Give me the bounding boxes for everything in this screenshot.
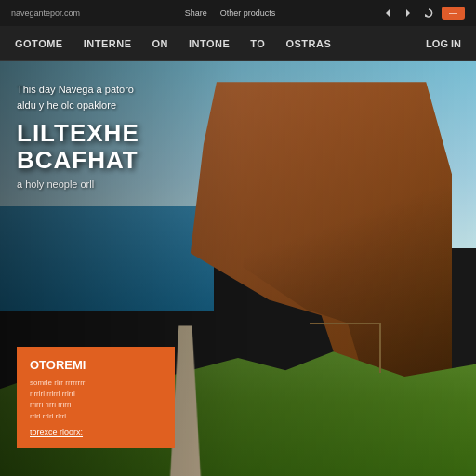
- info-line-3: rrlrl rrlrl rlrrl: [30, 411, 162, 422]
- nav-item-to[interactable]: TO: [250, 38, 265, 49]
- info-line-2: rrlrrl rlrrl rrlrrl: [30, 400, 162, 411]
- info-box: OTOREMI somrle rlrr rrrrrrrr rlrrlrl rrl…: [17, 347, 175, 448]
- nav-item-intone[interactable]: INTONE: [189, 38, 230, 49]
- top-links: Share Other products: [185, 8, 276, 18]
- title-line1: LILTEXHE: [17, 119, 139, 147]
- share-link[interactable]: Share: [185, 8, 207, 18]
- url-text: navegantepor.com: [11, 8, 80, 18]
- svg-marker-0: [386, 9, 390, 17]
- url-bar: navegantepor.com: [11, 8, 80, 18]
- info-line-0: somrle rlrr rrrrrrrr: [30, 377, 162, 389]
- nav-item-on[interactable]: ON: [152, 38, 168, 49]
- refresh-icon[interactable]: [421, 6, 436, 20]
- title-line2: BCAFHAT: [17, 146, 139, 174]
- info-box-link[interactable]: torexce rloorx:: [30, 428, 162, 437]
- hero-tagline: a holy neople orll: [17, 178, 459, 190]
- other-link[interactable]: Other products: [220, 8, 276, 18]
- info-box-text: somrle rlrr rrrrrrrr rlrrlrl rrlrrl rrlr…: [30, 377, 162, 422]
- nav-item-interne[interactable]: INTERNE: [84, 38, 132, 49]
- top-bar: navegantepor.com Share Other products —: [0, 0, 476, 26]
- navigation-bar: GOTOME INTERNE ON INTONE TO OSTRAS Log i…: [0, 26, 476, 61]
- nav-item-gotome[interactable]: GOTOME: [15, 38, 63, 49]
- back-icon[interactable]: [380, 6, 395, 20]
- svg-marker-1: [406, 9, 410, 17]
- subtitle-line2: aldu y he olc opaklore: [17, 99, 116, 111]
- hero-subtitle: This day Navega a patoro aldu y he olc o…: [17, 82, 258, 112]
- close-button[interactable]: —: [442, 7, 465, 20]
- info-line-1: rlrrlrl rrlrrl rrlrrl: [30, 389, 162, 400]
- subtitle-line1: This day Navega a patoro: [17, 84, 134, 95]
- forward-icon[interactable]: [401, 6, 416, 20]
- hero-title: LILTEXHE BCAFHAT: [17, 120, 277, 173]
- hero-content: This day Navega a patoro aldu y he olc o…: [0, 61, 476, 476]
- login-link[interactable]: Log in: [426, 38, 461, 49]
- info-box-title: OTOREMI: [30, 358, 162, 372]
- window-controls: —: [380, 6, 465, 20]
- hero-section: This day Navega a patoro aldu y he olc o…: [0, 61, 476, 476]
- nav-item-ostras[interactable]: OSTRAS: [285, 38, 331, 49]
- close-label: —: [449, 8, 457, 18]
